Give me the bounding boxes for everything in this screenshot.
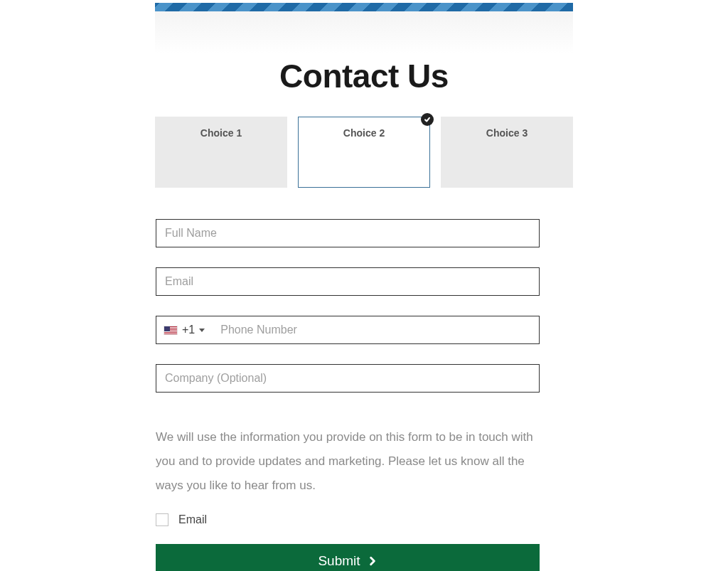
header-stripe bbox=[155, 3, 573, 11]
email-input[interactable] bbox=[156, 267, 540, 296]
phone-input[interactable] bbox=[212, 316, 539, 343]
country-code-label: +1 bbox=[182, 324, 195, 336]
page-title: Contact Us bbox=[155, 57, 573, 95]
choice-label: Choice 3 bbox=[486, 127, 528, 187]
header-gradient bbox=[155, 11, 573, 54]
choice-label: Choice 2 bbox=[343, 127, 385, 187]
full-name-input[interactable] bbox=[156, 219, 540, 247]
submit-button[interactable]: Submit bbox=[156, 544, 540, 571]
check-circle-icon bbox=[421, 113, 434, 126]
choice-card-2[interactable]: Choice 2 bbox=[298, 117, 430, 188]
email-consent-checkbox[interactable] bbox=[156, 513, 168, 526]
submit-label: Submit bbox=[318, 553, 360, 569]
choice-card-3[interactable]: Choice 3 bbox=[441, 117, 573, 188]
us-flag-icon bbox=[164, 326, 178, 335]
chevron-down-icon bbox=[199, 329, 205, 332]
phone-field: +1 bbox=[156, 316, 540, 344]
email-consent-label: Email bbox=[178, 513, 207, 526]
company-input[interactable] bbox=[156, 364, 540, 393]
country-code-select[interactable]: +1 bbox=[156, 324, 212, 336]
choice-card-1[interactable]: Choice 1 bbox=[155, 117, 287, 188]
consent-text: We will use the information you provide … bbox=[156, 425, 540, 498]
consent-checkbox-row: Email bbox=[156, 513, 540, 526]
chevron-right-icon bbox=[368, 556, 378, 566]
choice-group: Choice 1 Choice 2 Choice 3 bbox=[155, 117, 573, 188]
choice-label: Choice 1 bbox=[200, 127, 242, 187]
